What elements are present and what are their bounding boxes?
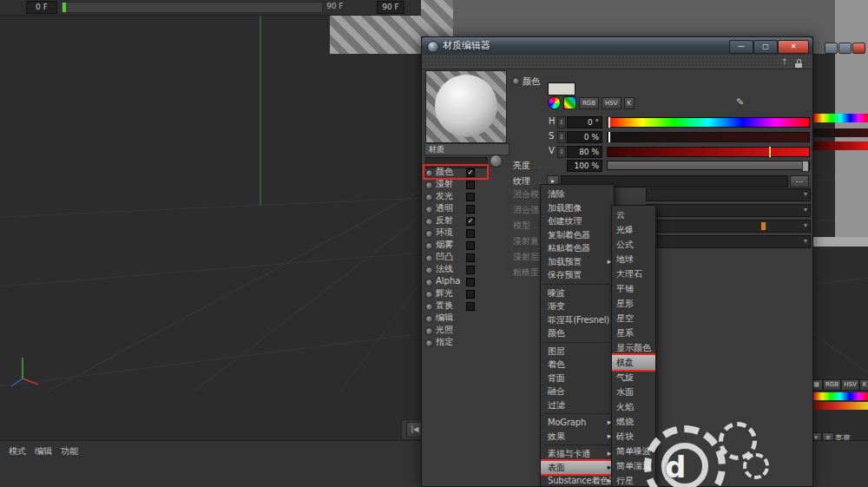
channel-checkbox[interactable] — [466, 193, 475, 201]
saturation-value-field[interactable]: 0 % — [567, 131, 602, 143]
surface-submenu-item[interactable]: 火焰 — [612, 399, 655, 414]
hue-value-field[interactable]: 0 ° — [567, 116, 602, 128]
surface-submenu-item[interactable]: 行星 — [612, 473, 655, 487]
channel-item[interactable]: 漫射 — [424, 178, 487, 190]
context-menu-item[interactable]: 素描与卡通▸ — [541, 447, 614, 461]
lock-icon[interactable] — [793, 56, 804, 67]
context-menu-item[interactable]: 图层 — [541, 345, 614, 359]
channel-checkbox[interactable] — [466, 253, 475, 262]
surface-submenu-item[interactable]: 公式 — [612, 237, 655, 252]
surface-submenu-item[interactable]: 地球 — [612, 252, 655, 267]
background-close-button[interactable] — [852, 43, 865, 54]
channel-checkbox[interactable] — [466, 302, 475, 311]
color-swatch[interactable] — [548, 82, 575, 95]
kelvin-mode-button[interactable]: K — [859, 379, 868, 391]
minimize-button[interactable]: — — [729, 40, 753, 54]
saturation-spinner[interactable]: ↕ — [557, 131, 566, 143]
channel-checkbox[interactable] — [466, 290, 475, 299]
surface-submenu-item[interactable]: 星空 — [612, 311, 655, 326]
context-menu-item[interactable]: 加载图像 — [541, 201, 614, 215]
context-menu-item[interactable]: 效果▸ — [541, 430, 614, 444]
surface-submenu-item[interactable]: 云 — [612, 207, 655, 222]
menubar-item[interactable]: 编辑 — [35, 445, 52, 457]
color-picker-pen-icon[interactable]: ✎ — [736, 96, 744, 108]
channel-item[interactable]: 光照 — [424, 324, 487, 336]
channel-checkbox[interactable] — [466, 205, 475, 214]
channel-checkbox[interactable] — [466, 266, 475, 274]
material-preview[interactable] — [425, 70, 507, 143]
channel-checkbox[interactable]: ✓ — [466, 217, 475, 226]
channel-item[interactable]: 编辑 — [424, 312, 487, 324]
channel-item[interactable]: Alpha — [424, 275, 487, 287]
value-marker[interactable] — [769, 147, 771, 157]
current-frame-field[interactable]: 0 F — [26, 1, 57, 14]
surface-submenu-item[interactable]: 砖块 — [612, 429, 655, 444]
channel-item[interactable]: 烟雾 — [424, 239, 487, 251]
channel-checkbox[interactable] — [466, 229, 475, 238]
kelvin-button[interactable]: K — [624, 97, 635, 109]
context-menu-item[interactable]: 颜色 — [541, 326, 614, 340]
menubar-item[interactable]: 模式 — [9, 445, 26, 457]
surface-submenu-item[interactable]: 星形 — [612, 296, 655, 311]
context-menu-item[interactable]: 粘贴着色器 — [541, 241, 614, 255]
rgb-button[interactable]: RGB — [579, 97, 599, 109]
current-frame-marker[interactable] — [62, 3, 66, 12]
context-menu-item[interactable]: 创建纹理 — [541, 214, 614, 228]
context-menu-item[interactable]: MoGraph▸ — [541, 416, 614, 430]
menubar-item[interactable]: 功能 — [61, 445, 78, 457]
value-value-field[interactable]: 80 % — [567, 146, 602, 158]
context-menu-item[interactable]: 渐变 — [541, 299, 614, 313]
hsv-mode-button[interactable]: HSV — [841, 379, 859, 391]
brightness-value-field[interactable]: 100 % — [567, 160, 602, 172]
channel-checkbox[interactable]: ✓ — [466, 168, 475, 177]
texture-browse-button[interactable]: ... — [790, 175, 809, 188]
context-menu-item[interactable]: 复制着色器 — [541, 228, 614, 242]
background-minimize-button[interactable] — [825, 43, 838, 54]
context-menu-item[interactable]: 菲涅耳(Fresnel) — [541, 313, 614, 327]
context-menu-item[interactable]: 过滤 — [541, 398, 614, 412]
background-maximize-button[interactable] — [838, 43, 852, 54]
channel-item[interactable]: 凹凸 — [424, 251, 487, 263]
surface-submenu-item[interactable]: 棋盘 — [612, 355, 655, 370]
channel-item[interactable]: 环境 — [424, 227, 487, 239]
brightness-slider[interactable] — [607, 161, 810, 170]
channel-item[interactable]: 置换 — [424, 299, 487, 312]
channel-item[interactable]: 颜色✓ — [424, 166, 487, 178]
maximize-button[interactable]: ▢ — [753, 40, 778, 54]
surface-submenu-item[interactable]: 燃烧 — [612, 414, 655, 429]
surface-submenu-item[interactable]: 显示颜色 — [612, 340, 655, 355]
surface-submenu-item[interactable]: 光爆 — [612, 222, 655, 237]
saturation-slider[interactable] — [607, 132, 810, 142]
end-frame-field[interactable]: 90 F — [377, 1, 404, 14]
brightness-handle[interactable] — [802, 161, 809, 172]
window-title-bar[interactable]: 材质编辑器 — ▢ ✕ — [422, 37, 812, 56]
timeline-row[interactable]: 0 F 90 F 90 F — [0, 0, 421, 16]
context-menu-item[interactable]: 表面▸ — [541, 461, 614, 475]
hue-spinner[interactable]: ↕ — [557, 116, 566, 128]
channel-checkbox[interactable] — [466, 278, 475, 286]
value-spinner[interactable]: ↕ — [557, 146, 566, 158]
context-menu-item[interactable]: 加载预置▸ — [541, 255, 614, 269]
surface-submenu-item[interactable]: 星系 — [612, 326, 655, 340]
surface-submenu-item[interactable]: 水面 — [612, 385, 655, 399]
timeline-range-slider[interactable] — [61, 2, 323, 13]
value-slider[interactable] — [607, 147, 810, 157]
spectrum-icon[interactable] — [563, 96, 576, 109]
context-menu-item[interactable]: 融合 — [541, 385, 614, 398]
surface-submenu-item[interactable]: 气旋 — [612, 370, 655, 385]
surface-submenu-item[interactable]: 简单噪波 — [612, 444, 655, 458]
rgb-mode-button[interactable]: RGB — [823, 379, 841, 391]
context-menu-item[interactable]: 噪波 — [541, 286, 614, 300]
channel-checkbox[interactable] — [466, 181, 475, 189]
surface-submenu-item[interactable]: 大理石 — [612, 267, 655, 281]
channel-item[interactable]: 反射✓ — [424, 214, 487, 227]
close-button[interactable]: ✕ — [778, 40, 809, 54]
context-menu-item[interactable]: 着色 — [541, 358, 614, 372]
context-menu-item[interactable]: 清除 — [541, 188, 614, 201]
context-menu-item[interactable]: 背面 — [541, 372, 614, 385]
context-menu-item[interactable]: 保存预置 — [541, 268, 614, 282]
context-menu-item[interactable]: Substance着色器▸ — [541, 474, 614, 487]
hue-slider[interactable] — [607, 117, 810, 128]
channel-item[interactable]: 法线 — [424, 263, 487, 275]
channel-item[interactable]: 辉光 — [424, 287, 487, 299]
